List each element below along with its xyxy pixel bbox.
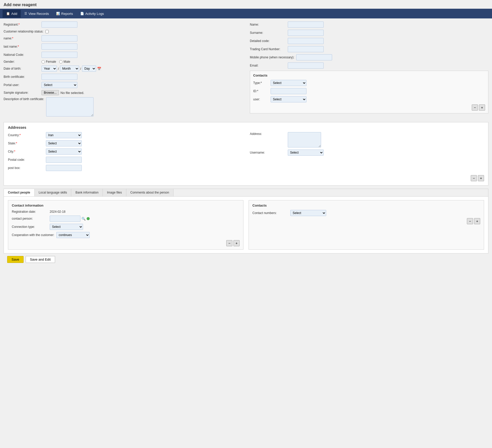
- reports-icon: 📊: [56, 12, 60, 15]
- gender-male-label[interactable]: Male: [59, 60, 70, 63]
- gender-male-radio[interactable]: [59, 60, 63, 63]
- search-icon[interactable]: 🔍: [81, 217, 86, 221]
- contacts-user-select[interactable]: Select: [271, 96, 306, 102]
- contact-info-plus-button[interactable]: +: [233, 240, 240, 246]
- lastname-label: last name:*: [4, 45, 39, 48]
- contacts-right-box: Contacts Contact numbers: Select − +: [249, 200, 484, 250]
- tab-local-language[interactable]: Local language skills: [35, 189, 71, 196]
- contacts-plus-button[interactable]: +: [479, 104, 485, 111]
- lastname-input[interactable]: [42, 44, 77, 50]
- browse-button[interactable]: Browse...: [42, 90, 59, 95]
- address-textarea[interactable]: [288, 132, 321, 147]
- nav-activity-logs[interactable]: 📄 Activity Logs: [77, 10, 108, 18]
- desc-birth-label: Description of birth certificate:: [4, 97, 44, 101]
- tab-contact-people[interactable]: Contact people: [4, 189, 35, 196]
- connection-type-label: Connection type:: [12, 225, 48, 229]
- nav-add-label: Add: [11, 12, 17, 16]
- bottom-buttons: Save Save and Edit: [4, 253, 488, 265]
- save-edit-button[interactable]: Save and Edit: [26, 256, 55, 263]
- name-row: name:*: [4, 35, 242, 41]
- contacts-id-row: ID:*: [253, 88, 485, 94]
- right-name-label: Name:: [250, 23, 286, 26]
- contacts-right-minus-button[interactable]: −: [467, 218, 473, 224]
- view-records-icon: ☰: [24, 12, 27, 15]
- address-minus-button[interactable]: −: [471, 175, 477, 181]
- dob-month-select[interactable]: Month: [60, 66, 79, 72]
- sample-sig-row: Sample signature: Browse... No file sele…: [4, 90, 242, 95]
- national-code-input[interactable]: [42, 52, 77, 58]
- postal-code-input[interactable]: [46, 157, 82, 163]
- post-box-input[interactable]: [46, 165, 82, 171]
- contact-person-field: 🔍: [50, 216, 90, 222]
- page-title: Add new reagent: [0, 0, 492, 9]
- mobile-label: Mobile phone (when necessary):: [250, 56, 294, 59]
- trading-card-input[interactable]: [288, 46, 324, 52]
- green-status-dot: [87, 217, 90, 220]
- save-button[interactable]: Save: [7, 256, 24, 263]
- nav-add[interactable]: 📋 Add: [3, 10, 21, 18]
- gender-label: Gender:: [4, 60, 39, 63]
- address-plus-button[interactable]: +: [478, 175, 484, 181]
- contact-numbers-select[interactable]: Select: [290, 210, 326, 216]
- username-select[interactable]: Select: [288, 150, 324, 156]
- tab-bank-info[interactable]: Bank information: [71, 189, 103, 196]
- gender-female-label[interactable]: Female: [42, 60, 56, 63]
- calendar-icon[interactable]: 📅: [97, 67, 101, 71]
- add-nav-icon: 📋: [6, 12, 10, 15]
- country-row: Country:* Iran: [8, 132, 242, 138]
- birth-cert-label: Birth certificate:: [4, 75, 39, 79]
- contacts-id-input[interactable]: [271, 88, 306, 94]
- contacts-type-label: Type:*: [253, 81, 269, 85]
- country-select[interactable]: Iran: [46, 132, 82, 138]
- desc-birth-textarea[interactable]: [46, 97, 94, 116]
- city-select[interactable]: Select: [46, 148, 82, 155]
- detailed-code-label: Detailed code:: [250, 39, 286, 43]
- email-input[interactable]: [288, 62, 324, 69]
- contact-person-input[interactable]: [50, 216, 80, 222]
- detailed-code-input[interactable]: [288, 38, 324, 44]
- reg-date-label: Registration date:: [12, 210, 48, 214]
- name-label: name:*: [4, 37, 39, 40]
- tab-comments[interactable]: Comments about the person: [126, 189, 173, 196]
- trading-card-row: Trading Card Number:: [250, 46, 488, 52]
- surname-input[interactable]: [288, 30, 324, 36]
- city-label: City:*: [8, 150, 44, 153]
- gender-female-radio[interactable]: [42, 60, 45, 63]
- mobile-input[interactable]: [296, 54, 332, 60]
- nav-reports[interactable]: 📊 Reports: [53, 10, 77, 18]
- portal-user-select[interactable]: Select: [42, 82, 77, 88]
- contacts-right-plus-button[interactable]: +: [474, 218, 480, 224]
- contacts-minus-button[interactable]: −: [472, 104, 478, 111]
- top-nav: 📋 Add ☰ View Records 📊 Reports 📄 Activit…: [0, 9, 492, 18]
- state-select[interactable]: Select: [46, 140, 82, 146]
- registrant-input[interactable]: [42, 22, 77, 28]
- cooperation-row: Cooperation with the customer: continues…: [12, 232, 240, 238]
- city-row: City:* Select: [8, 148, 242, 155]
- name-input[interactable]: [42, 35, 77, 41]
- contact-numbers-label: Contact numbers:: [252, 211, 288, 215]
- connection-type-select[interactable]: Select: [50, 224, 83, 230]
- surname-label: Surname:: [250, 31, 286, 35]
- file-input-row: Browse... No file selected.: [42, 90, 84, 95]
- registrant-label: Registrant:*: [4, 23, 39, 26]
- address-row: Address:: [250, 132, 484, 147]
- portal-user-label: Portal user:: [4, 83, 39, 87]
- crm-status-checkbox[interactable]: [45, 30, 49, 33]
- reg-date-row: Registration date: 2024-02-18: [12, 210, 240, 214]
- contacts-type-select[interactable]: Select: [271, 80, 306, 86]
- nav-view-records[interactable]: ☰ View Records: [21, 10, 53, 18]
- right-name-input[interactable]: [288, 22, 324, 28]
- dob-day-select[interactable]: Day: [82, 66, 96, 72]
- no-file-label: No file selected.: [60, 91, 84, 95]
- contact-info-minus-button[interactable]: −: [226, 240, 232, 246]
- reg-date-value: 2024-02-18: [50, 210, 65, 214]
- detailed-code-row: Detailed code:: [250, 38, 488, 44]
- state-label: State:*: [8, 142, 44, 145]
- birth-cert-input[interactable]: [42, 74, 77, 80]
- cooperation-select[interactable]: continues stopped: [56, 232, 90, 238]
- post-box-row: post box:: [8, 165, 242, 171]
- post-box-label: post box:: [8, 166, 44, 170]
- tab-image-files[interactable]: Image files: [103, 189, 126, 196]
- dob-year-select[interactable]: Year: [42, 66, 57, 72]
- lastname-row: last name:*: [4, 44, 242, 50]
